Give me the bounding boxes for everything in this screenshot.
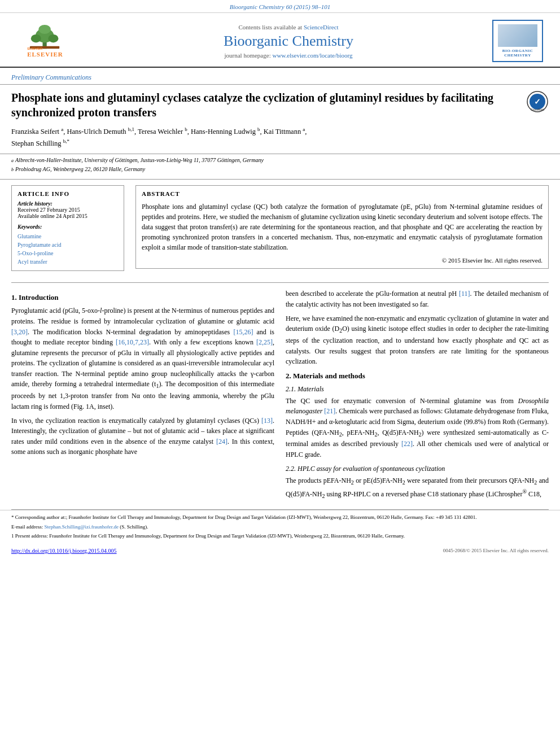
journal-citation: Bioorganic Chemistry 60 (2015) 98–101 bbox=[230, 3, 331, 10]
science-direct-link[interactable]: ScienceDirect bbox=[304, 24, 339, 30]
bioorganic-logo: BIO-ORGANIC CHEMISTRY bbox=[492, 20, 543, 62]
journal-bar: Bioorganic Chemistry 60 (2015) 98–101 bbox=[0, 0, 560, 13]
history-label: Article history: bbox=[18, 200, 118, 207]
section2-1-text: The QC used for enzymatic conversion of … bbox=[286, 396, 549, 460]
elsevier-logo: ELSEVIER ELSEVIER bbox=[11, 21, 79, 61]
keywords-section: Keywords: Glutamine Pyroglutamate acid 5… bbox=[18, 224, 118, 266]
main-body: 1. Introduction Pyroglutamic acid (pGlu,… bbox=[0, 283, 560, 509]
elsevier-tree-icon: ELSEVIER bbox=[23, 24, 68, 50]
section2-heading: 2. Materials and methods bbox=[286, 372, 549, 381]
elsevier-text: ELSEVIER bbox=[27, 51, 63, 58]
header-center: Contents lists available at ScienceDirec… bbox=[85, 24, 492, 59]
keyword-4: Acyl transfer bbox=[18, 257, 118, 266]
svg-text:✓: ✓ bbox=[534, 98, 541, 106]
ref-13[interactable]: [13] bbox=[261, 417, 273, 425]
ref-24[interactable]: [24] bbox=[216, 438, 228, 445]
present-address-footnote: 1 Present address: Fraunhofer Institute … bbox=[11, 532, 549, 540]
page-wrapper: Bioorganic Chemistry 60 (2015) 98–101 EL… bbox=[0, 0, 560, 558]
ref-2-25[interactable]: [2,25] bbox=[256, 338, 273, 346]
homepage-link[interactable]: www.elsevier.com/locate/bioorg bbox=[272, 52, 352, 59]
science-direct-text: Contents lists available at ScienceDirec… bbox=[96, 24, 481, 30]
header-right: BIO-ORGANIC CHEMISTRY bbox=[492, 20, 549, 62]
journal-title: Bioorganic Chemistry bbox=[96, 33, 481, 50]
section-category: Preliminary Communications bbox=[0, 68, 560, 85]
svg-point-2 bbox=[31, 34, 41, 42]
section2-2-text: The products pEFA-NH2 or pE(d5)FA-NH2 we… bbox=[286, 475, 549, 501]
article-title: Phosphate ions and glutaminyl cyclases c… bbox=[11, 90, 518, 120]
ref-21[interactable]: [21] bbox=[324, 407, 335, 415]
abstract-box: ABSTRACT Phosphate ions and glutaminyl c… bbox=[135, 185, 549, 269]
email-link[interactable]: Stephan.Schilling@izi.fraunhofer.de bbox=[44, 524, 119, 530]
section1-right-para2: Here, we have examined the non-enzymatic… bbox=[286, 313, 549, 367]
info-abstract-section: ARTICLE INFO Article history: Received 2… bbox=[0, 180, 560, 282]
svg-point-4 bbox=[38, 25, 51, 34]
header-section: ELSEVIER ELSEVIER Contents lists availab… bbox=[0, 13, 560, 68]
affiliation-a: a Albrecht-von-Haller-Institute, Univers… bbox=[11, 156, 549, 164]
crossmark-icon: ✓ CrossMark bbox=[526, 90, 549, 113]
journal-homepage: journal homepage: www.elsevier.com/locat… bbox=[96, 52, 481, 59]
elsevier-logo-area: ELSEVIER ELSEVIER bbox=[11, 21, 85, 61]
received-date: Received 27 February 2015 bbox=[18, 207, 118, 213]
svg-text:CrossMark: CrossMark bbox=[531, 108, 545, 111]
svg-text:ELSEVIER: ELSEVIER bbox=[28, 47, 43, 50]
keyword-3: 5-Oxo-l-proline bbox=[18, 249, 118, 257]
article-info-box: ARTICLE INFO Article history: Received 2… bbox=[11, 185, 124, 271]
using-word-2: using bbox=[326, 490, 341, 498]
affiliation-b: b Probiodrug AG, Weinbergweg 22, 06120 H… bbox=[11, 165, 549, 173]
authors-line: Franziska Seifert a, Hans-Ulrich Demuth … bbox=[11, 125, 518, 149]
footnotes-section: * Corresponding author at:; Fraunhofer I… bbox=[0, 510, 560, 545]
section2-1-heading: 2.1. Materials bbox=[286, 385, 549, 394]
svg-point-3 bbox=[48, 34, 58, 42]
keyword-2: Pyroglutamate acid bbox=[18, 241, 118, 249]
abstract-text: Phosphate ions and glutaminyl cyclase (Q… bbox=[142, 202, 542, 252]
keywords-title: Keywords: bbox=[18, 224, 118, 230]
ref-3-20[interactable]: [3,20] bbox=[11, 328, 28, 336]
doi-link[interactable]: http://dx.doi.org/10.1016/j.bioorg.2015.… bbox=[11, 548, 117, 554]
abstract-copyright: © 2015 Elsevier Inc. All rights reserved… bbox=[142, 257, 542, 264]
abstract-column: ABSTRACT Phosphate ions and glutaminyl c… bbox=[135, 185, 549, 277]
doi-section: http://dx.doi.org/10.1016/j.bioorg.2015.… bbox=[0, 545, 560, 558]
doi-url[interactable]: http://dx.doi.org/10.1016/j.bioorg.2015.… bbox=[11, 548, 117, 554]
body-right-column: been described to accelerate the pGlu-fo… bbox=[286, 289, 549, 504]
section1-right-para1: been described to accelerate the pGlu-fo… bbox=[286, 289, 549, 309]
ref-16-10-7-23[interactable]: [16,10,7,23] bbox=[116, 338, 149, 346]
abstract-title: ABSTRACT bbox=[142, 190, 542, 197]
section1-para2: In vivo, the cyclization reaction is enz… bbox=[11, 416, 274, 457]
email-footnote: E-mail address: Stephan.Schilling@izi.fr… bbox=[11, 523, 549, 531]
keyword-1: Glutamine bbox=[18, 232, 118, 241]
logo-text: BIO-ORGANIC CHEMISTRY bbox=[496, 49, 540, 58]
affiliations-section: a Albrecht-von-Haller-Institute, Univers… bbox=[0, 154, 560, 180]
article-title-section: Phosphate ions and glutaminyl cyclases c… bbox=[0, 85, 560, 154]
logo-image bbox=[498, 24, 537, 47]
article-title-area: Phosphate ions and glutaminyl cyclases c… bbox=[11, 90, 518, 149]
ref-11[interactable]: [11] bbox=[459, 290, 470, 298]
corresponding-author-footnote: * Corresponding author at:; Fraunhofer I… bbox=[11, 514, 549, 522]
section2-2-heading: 2.2. HPLC assay for evaluation of sponta… bbox=[286, 465, 549, 473]
crossmark-logo[interactable]: ✓ CrossMark bbox=[526, 90, 549, 113]
section1-heading: 1. Introduction bbox=[11, 293, 274, 302]
available-date: Available online 24 April 2015 bbox=[18, 213, 118, 219]
body-left-column: 1. Introduction Pyroglutamic acid (pGlu,… bbox=[11, 289, 274, 504]
article-info-column: ARTICLE INFO Article history: Received 2… bbox=[11, 185, 124, 277]
article-info-title: ARTICLE INFO bbox=[18, 190, 118, 197]
ref-22[interactable]: [22] bbox=[401, 440, 413, 448]
using-word: using bbox=[351, 325, 366, 333]
copyright-text: 0045-2068/© 2015 Elsevier Inc. All right… bbox=[443, 548, 549, 553]
section1-para1: Pyroglutamic acid (pGlu, 5-oxo-l-proline… bbox=[11, 305, 274, 412]
ref-15-26[interactable]: [15,26] bbox=[233, 328, 253, 336]
